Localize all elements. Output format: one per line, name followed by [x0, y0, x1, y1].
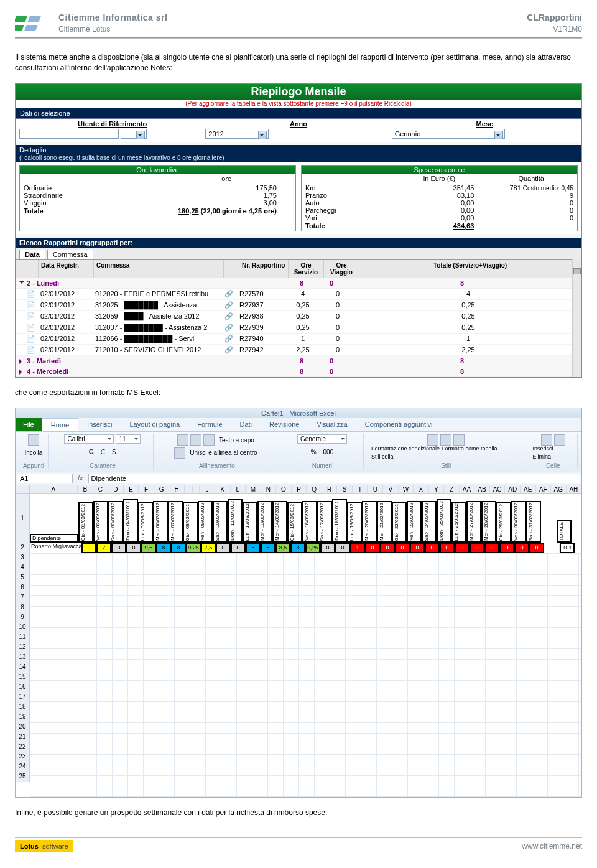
report-row[interactable]: 📄02/01/2012112066 - ██████████ - Servi🔗R… [16, 334, 581, 345]
percent-button[interactable]: % [308, 447, 319, 457]
ribbon-tab-layout[interactable]: Layout di pagina [121, 418, 188, 431]
col-header[interactable]: W [399, 485, 414, 493]
col-header[interactable]: I [185, 485, 200, 493]
row-header[interactable]: 8 [16, 602, 30, 612]
col-header[interactable]: AE [521, 485, 536, 493]
number-format-select[interactable]: Generale [297, 434, 347, 444]
row-header[interactable]: 14 [16, 662, 30, 672]
user-input[interactable] [19, 129, 119, 139]
ribbon-tab-dati[interactable]: Dati [231, 418, 261, 431]
col-header[interactable]: T [353, 485, 368, 493]
row-header[interactable]: 17 [16, 692, 30, 702]
row-header[interactable]: 6 [16, 582, 30, 592]
col-header[interactable]: AC [490, 485, 506, 493]
col-header[interactable]: V [383, 485, 399, 493]
formula-bar[interactable]: Dipendente [88, 474, 580, 483]
align-right-icon[interactable] [203, 434, 215, 446]
align-center-icon[interactable] [190, 434, 201, 446]
font-name-select[interactable]: Calibri [64, 434, 114, 444]
row-header[interactable]: 1 [16, 494, 30, 543]
col-header[interactable]: B [78, 485, 93, 493]
col-header[interactable]: U [368, 485, 383, 493]
col-header[interactable]: G [154, 485, 170, 493]
col-header[interactable]: X [414, 485, 429, 493]
col-header[interactable]: P [292, 485, 307, 493]
row-header[interactable]: 15 [16, 672, 30, 682]
col-header[interactable]: Y [429, 485, 445, 493]
report-row[interactable]: 📄02/01/2012312025 - ███████ - Assistenza… [16, 300, 581, 311]
italic-button[interactable]: C [98, 447, 108, 457]
tab-commessa[interactable]: Commessa [47, 250, 93, 259]
col-header[interactable]: E [124, 485, 139, 493]
ribbon-tab-inserisci[interactable]: Inserisci [78, 418, 121, 431]
col-header[interactable]: F [139, 485, 154, 493]
col-header[interactable]: AF [536, 485, 552, 493]
day-group[interactable]: 4 - Mercoledì808 [16, 366, 581, 377]
col-header[interactable]: AB [474, 485, 490, 493]
row-header[interactable]: 2 [16, 543, 30, 553]
cell-style-icon[interactable] [453, 434, 465, 446]
col-header[interactable]: N [261, 485, 277, 493]
day-group[interactable]: 3 - Martedì808 [16, 356, 581, 366]
grid-scrollbar[interactable] [572, 259, 581, 377]
col-header[interactable]: H [169, 485, 185, 493]
ribbon-tab-formule[interactable]: Formule [188, 418, 231, 431]
underline-button[interactable]: S [109, 447, 119, 457]
row-header[interactable]: 25 [16, 772, 30, 782]
delete-icon[interactable] [554, 434, 565, 446]
ribbon-tab-addins[interactable]: Componenti aggiuntivi [356, 418, 442, 431]
col-header[interactable]: S [337, 485, 353, 493]
col-header[interactable]: AG [551, 485, 567, 493]
year-select[interactable]: 2012 [205, 129, 269, 139]
cond-format-button[interactable]: Formattazione condizionale [371, 446, 440, 452]
day-group[interactable]: 2 - Lunedì808 [16, 278, 581, 289]
col-header[interactable]: AH [567, 485, 581, 493]
indent-icon[interactable] [174, 447, 185, 459]
ribbon-tab-revisione[interactable]: Revisione [261, 418, 308, 431]
insert-button[interactable]: Inserisci [533, 446, 553, 452]
row-header[interactable]: 13 [16, 652, 30, 662]
row-header[interactable]: 5 [16, 572, 30, 582]
report-row[interactable]: 📄02/01/2012912020 - FERIE e PERMESSI ret… [16, 289, 581, 300]
row-header[interactable]: 22 [16, 742, 30, 752]
month-select[interactable]: Gennaio [392, 129, 505, 139]
row-header[interactable]: 18 [16, 702, 30, 712]
col-header[interactable]: C [93, 485, 109, 493]
col-header[interactable]: Z [444, 485, 460, 493]
format-table-button[interactable]: Formatta come tabella [442, 446, 497, 452]
font-size-select[interactable]: 11 [116, 434, 141, 444]
col-header[interactable]: AD [505, 485, 521, 493]
row-header[interactable]: 9 [16, 612, 30, 622]
ribbon-tab-home[interactable]: Home [42, 418, 78, 431]
bold-button[interactable]: G [86, 447, 96, 457]
row-header[interactable]: 12 [16, 642, 30, 652]
cell-styles-button[interactable]: Stili cella [371, 454, 394, 460]
col-header[interactable]: O [276, 485, 292, 493]
tab-data[interactable]: Data [19, 250, 45, 259]
insert-icon[interactable] [541, 434, 552, 446]
wrap-text-button[interactable]: Testo a capo [216, 436, 257, 445]
paste-icon[interactable] [28, 434, 39, 446]
align-left-icon[interactable] [177, 434, 188, 446]
col-header[interactable]: Q [307, 485, 322, 493]
report-row[interactable]: 📄02/01/2012312059 - ████ - Assistenza 20… [16, 311, 581, 322]
row-header[interactable]: 24 [16, 762, 30, 772]
table-format-icon[interactable] [440, 434, 451, 446]
row-header[interactable]: 21 [16, 732, 30, 742]
row-header[interactable]: 19 [16, 712, 30, 722]
ribbon-tab-visualizza[interactable]: Visualizza [308, 418, 356, 431]
user-select[interactable] [121, 129, 147, 139]
cond-format-icon[interactable] [427, 434, 438, 446]
ribbon-file-tab[interactable]: File [16, 418, 42, 431]
row-header[interactable]: 3 [16, 553, 30, 562]
col-header[interactable]: M [246, 485, 261, 493]
row-header[interactable]: 7 [16, 592, 30, 602]
col-header[interactable]: L [231, 485, 246, 493]
report-row[interactable]: 📄02/01/2012312007 - ████████ - Assistenz… [16, 322, 581, 334]
row-header[interactable]: 20 [16, 722, 30, 732]
name-box[interactable]: A1 [17, 474, 73, 483]
row-header[interactable]: 23 [16, 752, 30, 762]
row-header[interactable]: 16 [16, 682, 30, 692]
row-header[interactable]: 4 [16, 562, 30, 572]
delete-button[interactable]: Elimina [533, 454, 552, 460]
